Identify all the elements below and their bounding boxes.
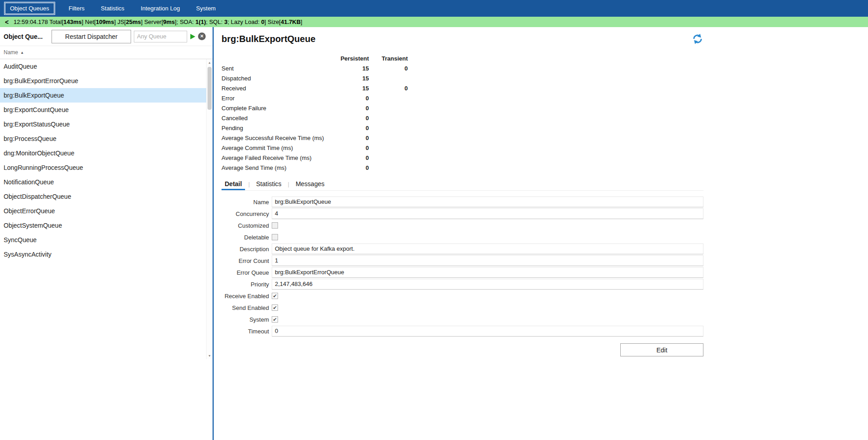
stats-persistent-value: 15 xyxy=(335,85,369,92)
column-header-label: Name xyxy=(4,49,18,56)
queue-stats-table: Persistent Transient Sent150Dispatched15… xyxy=(222,53,868,173)
stats-row: Average Successful Receive Time (ms)0 xyxy=(222,133,868,143)
checkbox-send-enabled[interactable]: ✔ xyxy=(272,304,278,311)
queue-list-item[interactable]: ObjectErrorQueue xyxy=(0,204,206,218)
run-filter-icon[interactable] xyxy=(190,34,195,39)
form-row: Timeout0 xyxy=(222,326,703,337)
queue-list-item[interactable]: brg:BulkExportQueue xyxy=(0,88,206,103)
queue-list-item[interactable]: dng:MonitorObjectQueue xyxy=(0,146,206,160)
checkbox-system[interactable]: ✔ xyxy=(272,316,278,323)
queue-list-item[interactable]: brg:ProcessQueue xyxy=(0,131,206,146)
scrollbar-thumb[interactable] xyxy=(208,67,212,110)
form-row: Namebrg:BulkExportQueue xyxy=(222,197,703,207)
stats-persistent-value: 0 xyxy=(335,164,369,171)
stats-label: Complete Failure xyxy=(222,105,335,112)
nav-item-filters[interactable]: Filters xyxy=(64,3,89,14)
nav-item-object-queues[interactable]: Object Queues xyxy=(5,3,54,14)
field-name[interactable]: brg:BulkExportQueue xyxy=(272,197,703,207)
form-row: Send Enabled✔ xyxy=(222,302,703,313)
checkbox-customized[interactable] xyxy=(272,222,278,229)
stats-persistent-value: 0 xyxy=(335,105,369,112)
status-timing-text: 12:59:04.178 Total[143ms] Net[109ms] JS[… xyxy=(14,19,302,25)
tab-separator: | xyxy=(288,181,289,187)
stats-label: Average Successful Receive Time (ms) xyxy=(222,135,335,141)
status-segment: ] xyxy=(301,19,302,25)
stats-persistent-value: 0 xyxy=(335,145,369,151)
field-label-deletable: Deletable xyxy=(222,234,269,241)
queue-search-input[interactable] xyxy=(134,31,187,42)
field-error-queue[interactable]: brg:BulkExportErrorQueue xyxy=(272,267,703,278)
queue-list-item[interactable]: ObjectSystemQueue xyxy=(0,218,206,233)
stats-label: Received xyxy=(222,85,335,92)
scroll-down-icon[interactable]: ▼ xyxy=(207,352,212,359)
field-error-count[interactable]: 1 xyxy=(272,255,703,266)
tab-detail[interactable]: Detail xyxy=(222,178,245,190)
status-segment: 9ms xyxy=(163,19,175,25)
status-segment: ; Lazy Load: xyxy=(227,19,261,25)
tab-messages[interactable]: Messages xyxy=(292,178,328,190)
stats-row: Received150 xyxy=(222,83,868,93)
nav-item-statistics[interactable]: Statistics xyxy=(96,3,129,14)
field-label-receive-enabled: Receive Enabled xyxy=(222,293,269,300)
stats-col-transient: Transient xyxy=(369,55,408,62)
edit-button[interactable]: Edit xyxy=(620,343,703,356)
queue-list-item[interactable]: NotificationQueue xyxy=(0,175,206,189)
stats-label: Average Failed Receive Time (ms) xyxy=(222,154,335,161)
stats-row: Average Commit Time (ms)0 xyxy=(222,143,868,153)
stats-col-persistent: Persistent xyxy=(335,55,369,62)
refresh-icon[interactable] xyxy=(692,33,703,47)
tab-statistics[interactable]: Statistics xyxy=(253,178,285,190)
stats-transient-value: 0 xyxy=(369,85,408,92)
nav-item-system[interactable]: System xyxy=(192,3,220,14)
status-segment: 109ms xyxy=(96,19,114,25)
form-row: Deletable xyxy=(222,232,703,243)
stats-row: Dispatched15 xyxy=(222,73,868,83)
detail-header: brg:BulkExportQueue xyxy=(222,33,703,47)
queue-panel-title: Object Que... xyxy=(4,33,52,40)
stats-label: Cancelled xyxy=(222,115,335,122)
checkbox-deletable[interactable] xyxy=(272,234,278,240)
queue-list-scrollbar[interactable]: ▲ ▼ xyxy=(206,59,212,359)
checkbox-receive-enabled[interactable]: ✔ xyxy=(272,293,278,299)
field-label-description: Description xyxy=(222,246,269,253)
field-label-error-queue: Error Queue xyxy=(222,269,269,276)
edit-button-row: Edit xyxy=(222,343,703,356)
detail-tabstrip: Detail|Statistics|Messages xyxy=(222,178,703,191)
field-priority[interactable]: 2,147,483,646 xyxy=(272,279,703,290)
queue-list-item[interactable]: brg:ExportCountQueue xyxy=(0,103,206,117)
stats-persistent-value: 0 xyxy=(335,154,369,161)
status-segment: ; SQL: xyxy=(206,19,224,25)
clear-filter-icon[interactable]: × xyxy=(198,33,206,40)
stats-label: Average Commit Time (ms) xyxy=(222,145,335,151)
form-row: Customized xyxy=(222,220,703,231)
queue-list-item[interactable]: ObjectDispatcherQueue xyxy=(0,189,206,204)
collapse-status-icon[interactable]: < xyxy=(0,19,14,26)
queue-panel: Object Que... Restart Dispatcher × Name … xyxy=(0,27,214,440)
nav-item-integration-log[interactable]: Integration Log xyxy=(136,3,184,14)
sort-asc-icon: ▲ xyxy=(20,51,24,55)
stats-row: Average Failed Receive Time (ms)0 xyxy=(222,153,868,163)
status-segment: ] Server[ xyxy=(141,19,163,25)
content-area: Object Que... Restart Dispatcher × Name … xyxy=(0,27,868,440)
queue-list-item[interactable]: AuditQueue xyxy=(0,59,206,74)
field-concurrency[interactable]: 4 xyxy=(272,208,703,219)
field-label-customized: Customized xyxy=(222,222,269,229)
queue-list-item[interactable]: brg:BulkExportErrorQueue xyxy=(0,74,206,88)
queue-list-item[interactable]: brg:ExportStatusQueue xyxy=(0,117,206,131)
queue-list-item[interactable]: SysAsyncActivity xyxy=(0,247,206,262)
field-timeout[interactable]: 0 xyxy=(272,326,703,337)
column-header-name[interactable]: Name ▲ xyxy=(0,46,212,59)
scroll-up-icon[interactable]: ▲ xyxy=(207,59,212,66)
status-segment: 143ms xyxy=(63,19,81,25)
queue-list-item[interactable]: SyncQueue xyxy=(0,233,206,247)
field-label-priority: Priority xyxy=(222,281,269,288)
status-bar: < 12:59:04.178 Total[143ms] Net[109ms] J… xyxy=(0,17,868,27)
status-segment: ] Size[ xyxy=(264,19,281,25)
stats-row: Complete Failure0 xyxy=(222,103,868,113)
queue-panel-header: Object Que... Restart Dispatcher × xyxy=(0,27,212,46)
form-row: Priority2,147,483,646 xyxy=(222,279,703,290)
restart-dispatcher-button[interactable]: Restart Dispatcher xyxy=(52,30,131,43)
queue-list-item[interactable]: LongRunningProcessQueue xyxy=(0,160,206,175)
stats-label: Pending xyxy=(222,125,335,131)
field-description[interactable]: Object queue for Kafka export. xyxy=(272,243,703,254)
